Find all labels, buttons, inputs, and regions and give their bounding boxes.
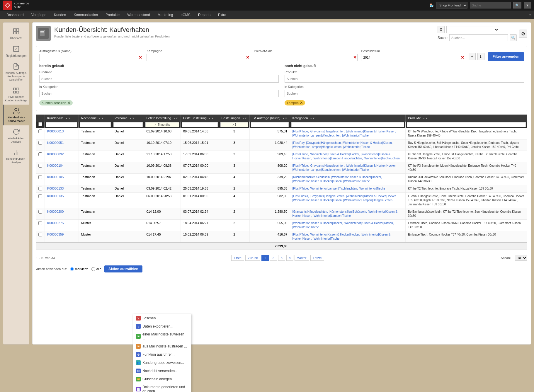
sidebar-item-pivot-report[interactable]: Pivot-Report: Kunden & Aufträge	[3, 84, 29, 105]
filter-info-icon[interactable]: ℹ	[477, 53, 484, 60]
th-erste-bestellung[interactable]: Erste Bestellung ▲▼	[181, 115, 219, 122]
context-menu-item-loeschen[interactable]: ✕Löschen	[133, 314, 191, 322]
filter-kategorien-input[interactable]	[291, 122, 404, 127]
per-page-select[interactable]: 10	[515, 255, 527, 261]
page-next-btn[interactable]: Weiter	[295, 255, 309, 261]
sidebar-item-wiederkaeufer[interactable]: Wiederkäufer-Analyse	[3, 125, 29, 146]
page-3-btn[interactable]: 3	[278, 255, 285, 261]
context-menu-item-daten-exportieren[interactable]: ↓Daten exportieren...	[133, 322, 191, 330]
top-search-input[interactable]	[470, 2, 511, 8]
page-2-btn[interactable]: 2	[270, 255, 277, 261]
bestelldatum-input[interactable]	[361, 54, 465, 61]
th-avg-auftraege[interactable]: Ø Aufträge (brutto) ▲▼	[250, 115, 290, 122]
nav-item-dashboard[interactable]: Dashboard	[3, 11, 27, 19]
context-menu-item-mailingliste-austragen[interactable]: ✉aus Mailingliste austragen ...	[133, 342, 191, 350]
page-1-btn[interactable]: 1	[261, 255, 268, 261]
kunden-nr-link-1[interactable]: K00000051	[47, 141, 64, 144]
context-menu-item-funktion-ausfuehren[interactable]: ⚙Funktion ausführen...	[133, 350, 191, 359]
nav-item-kommunikation[interactable]: Kommunikation	[70, 11, 101, 19]
context-menu-item-dokumente-generieren[interactable]: 📄Dokumente generieren und drucken...	[133, 383, 191, 392]
tag-kuechenutensililen-remove[interactable]: ✕	[67, 101, 70, 105]
kampagne-input[interactable]	[147, 54, 250, 61]
tag-lampen-remove[interactable]: ✕	[300, 101, 303, 105]
filter-avg-input[interactable]	[251, 122, 288, 127]
kunden-nr-link-4[interactable]: K00000105	[47, 175, 64, 179]
nav-item-reports[interactable]: Reports	[195, 11, 214, 19]
filter-nachname-input[interactable]	[80, 122, 111, 127]
kunden-nr-link-9[interactable]: K00000359	[47, 233, 64, 236]
radio-all[interactable]	[91, 267, 95, 271]
row-checkbox-2[interactable]	[38, 152, 42, 156]
row-checkbox-4[interactable]	[38, 175, 42, 179]
kategorien-search-2[interactable]	[285, 90, 524, 97]
filter-calendar-icon[interactable]: ☀	[469, 53, 476, 60]
bestelldatum-clear[interactable]: ✕	[461, 55, 464, 60]
row-checkbox-5[interactable]	[38, 187, 42, 190]
filter-produkte-input[interactable]	[407, 122, 526, 127]
context-menu-item-mailingliste-zuweisen[interactable]: ✉einer Mailingliste zuweisen ...	[133, 330, 191, 342]
th-kunden-nr[interactable]: Kunden-Nr. ▲▼	[45, 115, 79, 122]
row-checkbox-1[interactable]	[38, 141, 42, 145]
select-all-checkbox[interactable]	[37, 122, 43, 126]
row-checkbox-8[interactable]	[38, 221, 42, 225]
pos-clear[interactable]: ✕	[353, 55, 357, 60]
sidebar-item-kunden-auftraege[interactable]: Kunden: Aufträge, Rechnungen & Gutschrif…	[3, 60, 29, 84]
kampagne-clear[interactable]: ✕	[246, 55, 249, 60]
header-search-input[interactable]	[449, 34, 508, 41]
page-first-btn[interactable]: Erste	[231, 255, 244, 261]
page-last-btn[interactable]: Letzte	[310, 255, 324, 261]
kunden-nr-link-8[interactable]: K00000275	[47, 221, 64, 225]
page-prev-btn[interactable]: Zurück	[245, 255, 261, 261]
header-search-button[interactable]: 🔍	[510, 34, 517, 41]
kunden-nr-link-2[interactable]: K00000092	[47, 152, 64, 156]
action-radio-marked[interactable]: markierte	[70, 267, 89, 271]
header-dropdown[interactable]	[446, 26, 499, 33]
row-checkbox-6[interactable]	[38, 194, 42, 198]
page-4-btn[interactable]: 4	[286, 255, 293, 261]
row-checkbox-0[interactable]	[38, 129, 42, 133]
pos-input[interactable]	[254, 54, 358, 61]
auftragsstatus-input[interactable]	[39, 54, 143, 61]
filter-erste-input[interactable]	[182, 122, 218, 127]
produkte-search-1[interactable]	[39, 75, 279, 83]
header-settings-icon[interactable]: ⚙	[438, 26, 445, 33]
produkte-search-2[interactable]	[285, 75, 524, 83]
context-menu-item-kundengruppe-zuweisen[interactable]: 👥Kundengruppe zuweisen...	[133, 359, 191, 367]
action-select-button[interactable]: Aktion auswählen	[104, 265, 142, 272]
context-menu-item-gutschein-anlegen[interactable]: 🎫Gutschein anlegen...	[133, 375, 191, 383]
nav-item-warenbestand[interactable]: Warenbestand	[124, 11, 154, 19]
nav-item-ecms[interactable]: eCMS	[177, 11, 194, 19]
kunden-nr-link-0[interactable]: K00000013	[47, 129, 64, 133]
radio-marked[interactable]	[70, 267, 74, 271]
sidebar-item-kundengruppen[interactable]: Kundengruppen-Analyse	[3, 146, 29, 166]
kunden-nr-link-3[interactable]: K00000104	[47, 164, 64, 167]
top-arrow-button[interactable]: ▼	[524, 2, 531, 8]
row-checkbox-7[interactable]	[38, 210, 42, 214]
kategorien-search-1[interactable]	[39, 90, 279, 97]
filter-kunden-nr-input[interactable]	[46, 122, 77, 127]
sidebar-item-uebersicht[interactable]: Übersicht	[3, 25, 29, 42]
sidebar-item-kundenliste[interactable]: Kundenliste - Kaufverhalten	[3, 105, 29, 125]
auftragsstatus-clear[interactable]: ✕	[139, 55, 142, 60]
th-nachname[interactable]: Nachname ▲▼	[79, 115, 112, 122]
nav-help-icon[interactable]: ?	[529, 13, 531, 17]
nav-item-marketing[interactable]: Marketing	[154, 11, 177, 19]
kunden-nr-link-7[interactable]: K00000200	[47, 210, 64, 213]
kunden-nr-link-6[interactable]: K00000135	[47, 194, 64, 198]
filter-vorname-input[interactable]	[113, 122, 143, 127]
th-produkte[interactable]: Produkte ▲▼	[406, 115, 527, 122]
top-search-button[interactable]: 🔍	[513, 2, 521, 8]
th-kategorien[interactable]: Kategorien ▲▼	[290, 115, 406, 122]
th-letzte-bestellung[interactable]: Letzte Bestellung ▲▼	[144, 115, 181, 122]
gear-settings-button[interactable]: ⚙	[519, 30, 527, 38]
filter-apply-button[interactable]: Filter anwenden	[488, 52, 524, 61]
kunden-nr-link-5[interactable]: K00000133	[47, 187, 64, 190]
sidebar-item-registrierungen[interactable]: Registrierungen	[3, 42, 29, 60]
nav-item-extra[interactable]: Extra	[215, 11, 230, 19]
th-vorname[interactable]: Vorname ▲▼	[112, 115, 144, 122]
action-radio-all[interactable]: alle	[91, 267, 101, 271]
shop-frontend-select[interactable]: Shop Frontend	[436, 2, 467, 8]
nav-item-vorgaenge[interactable]: Vorgänge	[28, 11, 50, 19]
nav-item-produkte[interactable]: Produkte	[102, 11, 123, 19]
context-menu-item-nachricht-versenden[interactable]: ✉Nachricht versenden...	[133, 367, 191, 375]
